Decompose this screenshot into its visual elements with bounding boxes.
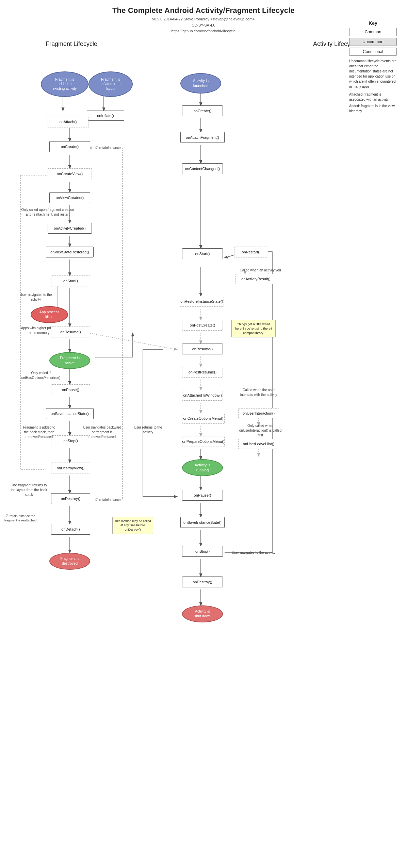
diagram: Fragment is added to existing activity F… [0,51,407,850]
node-fragment-active: Fragment is active [49,352,90,369]
node-fragment-destroyed: Fragment is destroyed [49,553,90,570]
node-on-detach: onDetach() [51,524,90,535]
node-on-pause-activity: onPause() [182,490,223,501]
key-common: Common [349,28,397,36]
node-on-content-changed: onContentChanged() [182,163,223,174]
node-activity-running: Activity is running [182,459,223,476]
node-on-create-view: onCreateView() [48,168,92,179]
node-on-save-fragment: onSaveInstanceState() [46,408,94,419]
label-user-navigates: User navigates to the activity [19,293,53,302]
node-on-view-created: onViewCreated() [49,192,90,203]
node-on-create-activity: onCreate() [182,105,223,116]
node-on-post-create: onPostCreate() [182,320,223,331]
node-on-user-interaction: onUserInteraction() [238,408,279,418]
node-on-destroy-activity: onDestroy() [182,577,223,587]
node-on-destroy-view: onDestroyView() [51,463,90,473]
label-retain-1: ☑ retainInstance [95,146,121,150]
label-retain-2: ☑ retainInstance [95,498,121,502]
node-things-weird: Things get a little weird here if you're… [231,320,276,337]
node-this-method-note: This method may be called at any time be… [112,517,153,534]
key-uncommon: Uncommon [349,38,397,46]
node-on-create-options: onCreateOptionsMenu() [182,413,225,424]
label-fragment-back-stack: Fragment is added to the back stack, the… [20,425,58,439]
label-fragment-returns: The fragment returns to the layout from … [10,483,48,497]
node-app-process-killed: App process killed [31,306,68,323]
subtitle: v0.9.0 2014-04-22 Steve Pomeroy <stevep@… [0,16,407,34]
node-on-post-resume: onPostResume() [182,367,223,378]
node-on-resume-activity: onResume() [182,344,223,354]
node-on-attach: onAttach() [48,116,88,128]
node-on-activity-created: onActivityCreated() [48,223,92,234]
node-on-stop-activity: onStop() [182,546,223,557]
key-title: Key [349,20,397,26]
label-user-nav-stop: User navigates to the activity [231,550,276,555]
node-on-prepare-options: onPrepareOptionsMenu() [182,436,225,447]
label-retain-reattached: ☑ retainInstance the fragment is reattac… [3,514,37,523]
label-only-set-has: Only called if setHasOptionsMenu(true) [20,371,61,380]
svg-line-41 [90,333,177,350]
fragment-section-header: Fragment Lifecycle [20,40,123,48]
node-on-pause-fragment: onPause() [51,384,90,395]
node-on-start-fragment: onStart() [51,276,90,286]
node-on-resume-fragment: onResume() [51,327,90,337]
node-on-create-fragment: onCreate() [49,141,90,152]
node-activity-launched: Activity is launched [180,73,221,94]
node-on-activity-result: onActivityResult() [235,274,276,284]
node-on-attached-window: onAttachedToWindow() [182,390,223,401]
node-fragment-added: Fragment is added to existing activity [41,71,88,97]
node-fragment-inflated: Fragment is inflated from layout [88,71,133,97]
node-activity-shut-down: Activity is shut down [182,605,223,622]
label-user-interacts: Called when the user interacts with the … [238,388,279,397]
node-on-attach-fragment: onAttachFragment() [180,132,225,143]
node-on-inflate: onInflate() [87,111,124,121]
node-on-restart: onRestart() [234,247,268,257]
page-title: The Complete Android Activity/Fragment L… [0,0,407,15]
node-on-restore-instance: onRestoreInstanceState() [180,296,224,307]
label-only-user: Only called when onUserInteraction() is … [238,423,282,438]
label-user-returns: User returns to the activity [133,425,163,435]
label-only-creation: Only called upon fragment creation and r… [20,207,75,217]
node-on-destroy-fragment: onDestroy() [51,493,90,504]
node-on-start-activity: onStart() [182,248,223,259]
page: The Complete Android Activity/Fragment L… [0,0,407,868]
node-on-view-state-restored: onViewStateRestored() [46,247,94,257]
section-headers: Fragment Lifecycle Activity Lifecycle [0,40,407,48]
node-on-save-activity: onSaveInstanceState() [180,517,225,528]
node-on-user-leave: onUserLeaveHint() [238,439,279,449]
label-user-backward: User navigates backward or fragment is r… [82,425,123,439]
